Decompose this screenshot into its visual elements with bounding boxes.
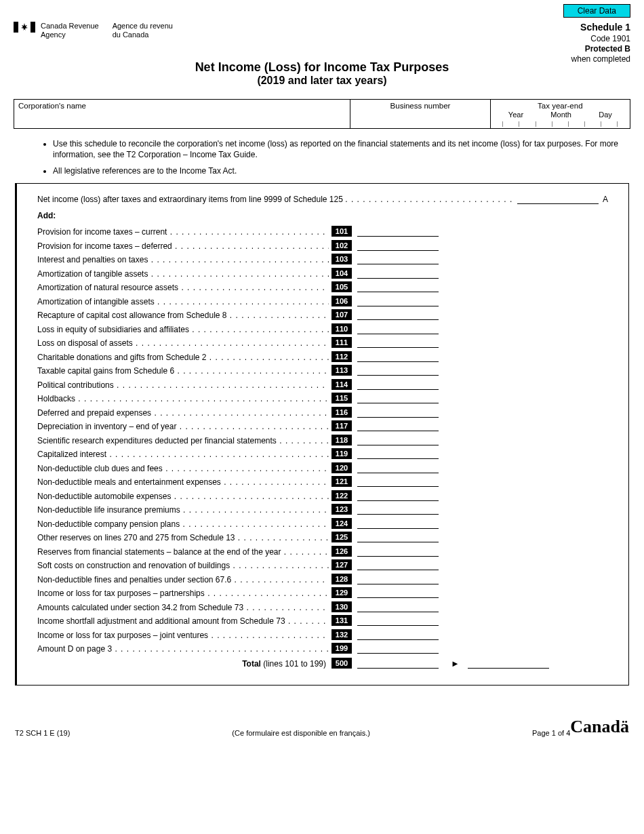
row-input-115[interactable] (357, 394, 439, 403)
row-code: 110 (331, 323, 352, 334)
line-a: Net income (loss) after taxes and extrao… (37, 195, 613, 204)
row-input-103[interactable] (357, 255, 439, 264)
row-code: 111 (331, 337, 352, 348)
line-row-118: Scientific research expenditures deducte… (37, 435, 613, 445)
row-label: Amortization of natural resource assets (37, 283, 329, 292)
row-input-112[interactable] (357, 353, 439, 362)
form-box: Net income (loss) after taxes and extrao… (15, 183, 629, 686)
row-label: Income or loss for tax purposes – partne… (37, 589, 329, 598)
row-input-130[interactable] (357, 603, 439, 612)
wordmark-text: Canadä (570, 717, 629, 737)
row-label: Provision for income taxes – deferred (37, 241, 329, 251)
agency-en-1: Canada Revenue (41, 22, 99, 31)
svg-rect-1 (31, 22, 35, 33)
row-input-125[interactable] (357, 533, 439, 542)
line-row-131: Income shortfall adjustment and addition… (37, 615, 613, 626)
line-row-101: Provision for income taxes – current101 (37, 226, 613, 237)
row-input-121[interactable] (357, 477, 439, 487)
row-input-106[interactable] (357, 297, 439, 306)
row-label: Holdbacks (37, 394, 329, 403)
clear-data-button[interactable]: Clear Data (563, 4, 630, 18)
row-code: 121 (331, 476, 352, 487)
row-label: Depreciation in inventory – end of year (37, 422, 329, 431)
row-code: 112 (331, 351, 352, 362)
protected-label: Protected B (571, 44, 630, 54)
agency-name-fr: Agence du revenu du Canada (113, 22, 173, 39)
line-row-104: Amortization of tangible assets104 (37, 268, 613, 279)
total-row: Total (lines 101 to 199) 500 ► (37, 658, 613, 669)
total-label: Total (lines 101 to 199) (37, 659, 329, 669)
row-label: Reserves from financial statements – bal… (37, 547, 329, 557)
business-number-cell[interactable]: Business number (350, 100, 490, 128)
row-label: Income shortfall adjustment and addition… (37, 616, 329, 626)
line-row-122: Non-deductible automobile expenses122 (37, 490, 613, 501)
row-input-123[interactable] (357, 505, 439, 515)
agency-fr-2: du Canada (113, 31, 173, 39)
line-row-120: Non-deductible club dues and fees120 (37, 462, 613, 473)
line-row-121: Non-deductible meals and entertainment e… (37, 476, 613, 487)
row-input-105[interactable] (357, 283, 439, 292)
row-input-102[interactable] (357, 241, 439, 251)
line-row-110: Loss in equity of subsidiaries and affil… (37, 323, 613, 334)
row-input-131[interactable] (357, 616, 439, 626)
row-input-116[interactable] (357, 408, 439, 418)
row-code: 124 (331, 518, 352, 529)
line-a-text: Net income (loss) after taxes and extrao… (37, 195, 343, 204)
row-input-101[interactable] (357, 227, 439, 237)
row-input-107[interactable] (357, 311, 439, 320)
row-input-118[interactable] (357, 436, 439, 445)
tax-year-end-cell[interactable]: Tax year-end Year Month Day (491, 100, 630, 128)
row-input-126[interactable] (357, 547, 439, 557)
row-input-111[interactable] (357, 338, 439, 348)
line-a-label: Net income (loss) after taxes and extrao… (37, 195, 513, 204)
form-id: T2 SCH 1 E (19) (15, 729, 70, 737)
row-input-104[interactable] (357, 269, 439, 279)
row-input-124[interactable] (357, 519, 439, 529)
line-row-106: Amortization of intangible assets106 (37, 296, 613, 306)
row-input-199[interactable] (357, 644, 439, 654)
corp-name-label: Corporation's name (18, 102, 86, 110)
row-label: Non-deductible company pension plans (37, 519, 329, 529)
total-carry-input[interactable] (468, 659, 549, 669)
row-label: Amortization of tangible assets (37, 269, 329, 279)
agency-block: Canada Revenue Agency Agence du revenu d… (14, 22, 173, 39)
line-row-127: Soft costs on construction and renovatio… (37, 559, 613, 570)
line-row-123: Non-deductible life insurance premiums12… (37, 504, 613, 515)
row-input-120[interactable] (357, 464, 439, 473)
row-input-127[interactable] (357, 561, 439, 570)
row-code: 106 (331, 296, 352, 306)
row-label: Political contributions (37, 380, 329, 390)
row-code: 118 (331, 435, 352, 445)
row-label: Non-deductible club dues and fees (37, 464, 329, 473)
page-title: Net Income (Loss) for Income Tax Purpose… (14, 60, 630, 75)
row-input-132[interactable] (357, 631, 439, 640)
line-row-125: Other reserves on lines 270 and 275 from… (37, 532, 613, 542)
arrow-icon: ► (451, 658, 460, 669)
row-input-110[interactable] (357, 325, 439, 334)
corp-name-cell[interactable]: Corporation's name (14, 100, 350, 128)
total-input[interactable] (357, 659, 439, 669)
schedule-label: Schedule 1 (571, 22, 630, 34)
line-a-input[interactable] (517, 195, 599, 204)
row-code: 101 (331, 226, 352, 237)
row-code: 116 (331, 407, 352, 418)
line-row-105: Amortization of natural resource assets1… (37, 281, 613, 292)
row-input-122[interactable] (357, 492, 439, 501)
row-code: 120 (331, 462, 352, 473)
row-code: 125 (331, 532, 352, 542)
row-input-119[interactable] (357, 450, 439, 459)
row-input-128[interactable] (357, 575, 439, 584)
header: Canada Revenue Agency Agence du revenu d… (14, 22, 630, 64)
row-input-113[interactable] (357, 366, 439, 376)
line-row-199: Amount D on page 3199 (37, 643, 613, 654)
canada-flag-icon (14, 22, 35, 33)
row-input-129[interactable] (357, 589, 439, 598)
row-label: Non-deductible meals and entertainment e… (37, 477, 329, 487)
row-input-117[interactable] (357, 422, 439, 431)
business-number-label: Business number (390, 102, 451, 110)
agency-fr-1: Agence du revenu (113, 22, 173, 31)
line-row-117: Depreciation in inventory – end of year1… (37, 420, 613, 431)
row-code: 131 (331, 615, 352, 626)
row-code: 123 (331, 504, 352, 515)
row-input-114[interactable] (357, 380, 439, 390)
